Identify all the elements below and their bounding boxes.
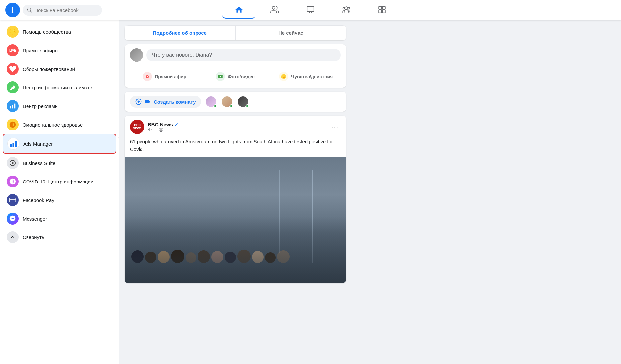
svg-point-4 bbox=[348, 7, 350, 9]
nav-friends[interactable] bbox=[258, 1, 291, 19]
svg-point-25 bbox=[284, 76, 285, 76]
svg-point-22 bbox=[220, 76, 221, 78]
sidebar-label-facebook-pay: Facebook Pay bbox=[23, 197, 54, 203]
nav-left: f bbox=[5, 3, 131, 17]
verified-badge: ✓ bbox=[174, 122, 178, 127]
survey-learn-more-btn[interactable]: Подробнее об опросе bbox=[125, 25, 236, 40]
feeling-action-icon bbox=[279, 72, 288, 81]
live-action-icon bbox=[143, 72, 152, 81]
user-avatar bbox=[130, 48, 143, 62]
svg-rect-11 bbox=[14, 104, 16, 109]
sidebar-item-messenger[interactable]: Messenger bbox=[3, 209, 116, 228]
post-header: BBCNEWS BBC News ✓ 4 ч. · ··· bbox=[125, 116, 346, 138]
sidebar-item-ad-center[interactable]: Центр рекламы bbox=[3, 97, 116, 115]
svg-rect-10 bbox=[12, 105, 13, 108]
facebook-pay-icon bbox=[7, 194, 19, 206]
svg-point-2 bbox=[345, 7, 348, 10]
svg-rect-1 bbox=[307, 6, 314, 11]
post-time: 4 ч. · bbox=[148, 127, 326, 132]
news-post-card: BBCNEWS BBC News ✓ 4 ч. · ··· 61 peopl bbox=[125, 116, 346, 283]
svg-rect-12 bbox=[10, 144, 12, 147]
sidebar-item-emotional[interactable]: Эмоциональное здоровье bbox=[3, 115, 116, 134]
svg-point-3 bbox=[343, 7, 345, 9]
post-options-btn[interactable]: ··· bbox=[329, 121, 341, 132]
sidebar-item-facebook-pay[interactable]: Facebook Pay bbox=[3, 191, 116, 209]
photo-action-btn[interactable]: Фото/видео bbox=[200, 69, 270, 84]
svg-rect-18 bbox=[10, 198, 16, 202]
nav-home[interactable] bbox=[222, 1, 255, 19]
post-meta: BBC News ✓ 4 ч. · bbox=[148, 122, 326, 132]
feeling-action-btn[interactable]: Чувства/действия bbox=[271, 69, 341, 84]
post-text: 61 people who arrived in Amsterdam on tw… bbox=[125, 138, 346, 157]
sidebar-item-fundraisers[interactable]: Сборы пожертвований bbox=[3, 60, 116, 78]
search-input[interactable] bbox=[34, 7, 97, 13]
create-room-btn[interactable]: Создать комнату bbox=[130, 96, 201, 108]
room-avatar-1 bbox=[205, 96, 217, 108]
nav-watch[interactable] bbox=[294, 1, 327, 19]
svg-rect-13 bbox=[13, 143, 14, 147]
survey-card: Подробнее об опросе Не сейчас bbox=[125, 25, 346, 40]
svg-rect-9 bbox=[10, 106, 11, 108]
post-author: BBC News ✓ bbox=[148, 122, 326, 127]
svg-rect-7 bbox=[379, 10, 382, 13]
sidebar-label-community-help: Помощь сообщества bbox=[23, 29, 71, 35]
page-layout: 🌟 Помощь сообщества LIVE Прямые эфиры Сб… bbox=[0, 0, 621, 364]
sidebar-label-live: Прямые эфиры bbox=[23, 48, 58, 53]
emotional-icon bbox=[7, 119, 19, 130]
svg-point-23 bbox=[281, 74, 286, 79]
covid-icon bbox=[7, 176, 19, 187]
svg-point-17 bbox=[12, 162, 14, 164]
bbc-logo: BBCNEWS bbox=[130, 120, 144, 134]
nav-groups[interactable] bbox=[330, 1, 363, 19]
sidebar-label-climate: Центр информации о климате bbox=[23, 85, 92, 90]
sidebar-collapse-btn[interactable]: Свернуть bbox=[3, 228, 116, 246]
community-help-icon: 🌟 bbox=[7, 26, 19, 38]
photo-action-icon bbox=[216, 72, 225, 81]
sidebar-item-community-help[interactable]: 🌟 Помощь сообщества bbox=[3, 23, 116, 41]
main-content: Подробнее об опросе Не сейчас Что у вас … bbox=[119, 20, 351, 364]
rooms-card: Создать комнату bbox=[125, 92, 346, 112]
collapse-icon bbox=[7, 231, 19, 243]
svg-point-0 bbox=[272, 6, 275, 9]
svg-point-20 bbox=[147, 76, 148, 77]
facebook-logo[interactable]: f bbox=[5, 3, 20, 17]
composer-top: Что у вас нового, Diana? bbox=[130, 48, 341, 62]
live-action-btn[interactable]: Прямой эфир bbox=[130, 69, 199, 84]
sidebar-label-ads-manager: Ads Manager bbox=[23, 141, 53, 147]
post-image bbox=[125, 157, 346, 283]
search-icon bbox=[27, 7, 32, 13]
sidebar-item-climate[interactable]: Центр информации о климате bbox=[3, 78, 116, 97]
nav-menu[interactable] bbox=[366, 1, 399, 19]
business-suite-icon bbox=[7, 157, 19, 169]
survey-buttons: Подробнее об опросе Не сейчас bbox=[125, 25, 346, 40]
sidebar-label-fundraisers: Сборы пожертвований bbox=[23, 66, 75, 72]
svg-rect-14 bbox=[15, 141, 17, 147]
top-nav: f bbox=[0, 0, 621, 20]
room-avatar-2 bbox=[221, 96, 233, 108]
sidebar: 🌟 Помощь сообщества LIVE Прямые эфиры Сб… bbox=[0, 20, 119, 364]
room-avatar-3 bbox=[237, 96, 249, 108]
climate-icon bbox=[7, 81, 19, 93]
sidebar-item-business-suite[interactable]: Business Suite bbox=[3, 154, 116, 172]
sidebar-item-live[interactable]: LIVE Прямые эфиры bbox=[3, 41, 116, 60]
fundraisers-icon bbox=[7, 63, 19, 75]
post-composer: Что у вас нового, Diana? Прямой эфир Фот… bbox=[125, 44, 346, 88]
survey-not-now-btn[interactable]: Не сейчас bbox=[236, 25, 346, 40]
composer-actions: Прямой эфир Фото/видео Чувства/действия bbox=[130, 66, 341, 84]
sidebar-item-ads-manager[interactable]: Ads Manager bbox=[3, 134, 116, 154]
composer-input[interactable]: Что у вас нового, Diana? bbox=[146, 49, 341, 61]
sidebar-label-emotional: Эмоциональное здоровье bbox=[23, 122, 83, 128]
ads-manager-icon bbox=[7, 138, 19, 150]
svg-rect-5 bbox=[379, 6, 382, 9]
search-bar[interactable] bbox=[23, 5, 102, 16]
sidebar-label-business-suite: Business Suite bbox=[23, 160, 55, 166]
messenger-icon bbox=[7, 213, 19, 225]
ad-center-icon bbox=[7, 100, 19, 112]
live-icon: LIVE bbox=[7, 44, 19, 56]
sidebar-item-covid[interactable]: COVID-19: Центр информации bbox=[3, 172, 116, 191]
sidebar-label-covid: COVID-19: Центр информации bbox=[23, 179, 93, 184]
nav-center bbox=[131, 1, 490, 19]
sidebar-label-messenger: Messenger bbox=[23, 216, 47, 222]
svg-rect-6 bbox=[382, 6, 385, 9]
sidebar-label-ad-center: Центр рекламы bbox=[23, 103, 59, 109]
